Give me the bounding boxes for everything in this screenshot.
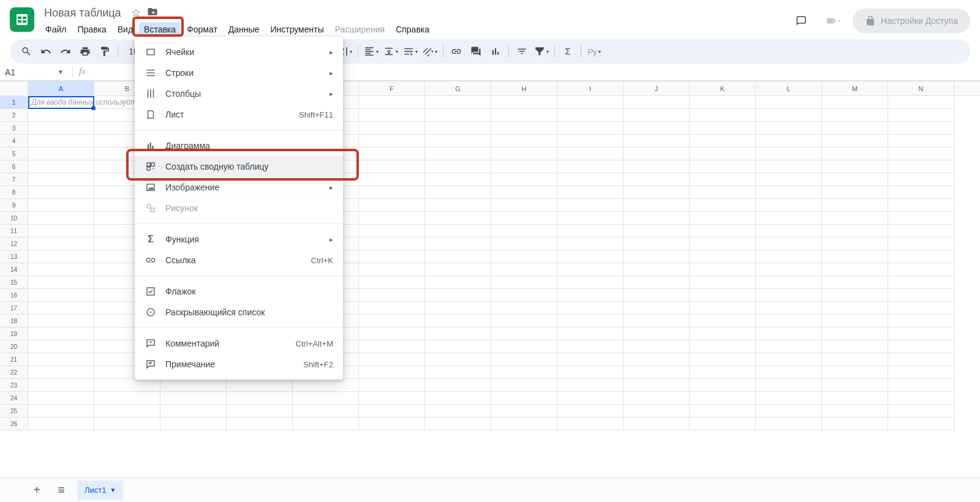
cell[interactable] <box>359 392 425 405</box>
cell[interactable] <box>624 328 690 340</box>
row-header[interactable]: 14 <box>0 263 28 276</box>
cell[interactable] <box>28 392 94 405</box>
sheets-logo[interactable] <box>10 7 34 32</box>
paint-format-icon[interactable] <box>96 42 114 61</box>
cell[interactable] <box>888 199 954 212</box>
cell[interactable] <box>756 186 822 199</box>
cell[interactable] <box>822 315 888 328</box>
menu-item-func[interactable]: ΣФункция▸ <box>135 229 343 250</box>
cell[interactable] <box>359 405 425 418</box>
cell[interactable] <box>491 250 557 263</box>
cell[interactable] <box>624 353 690 366</box>
menu-вставка[interactable]: Вставка <box>139 22 181 37</box>
menu-item-comment[interactable]: КомментарийCtrl+Alt+M <box>135 333 343 354</box>
cell[interactable] <box>756 173 822 186</box>
cell[interactable] <box>888 392 954 405</box>
cell[interactable] <box>822 238 888 250</box>
cell[interactable] <box>425 212 491 225</box>
comment-history-icon[interactable] <box>789 9 813 33</box>
row-header[interactable]: 2 <box>0 109 28 122</box>
cell[interactable] <box>557 418 624 430</box>
cell[interactable] <box>359 148 425 160</box>
cell[interactable] <box>624 186 690 199</box>
cell[interactable] <box>888 96 954 109</box>
name-box-dropdown-icon[interactable]: ▼ <box>58 69 64 75</box>
cell[interactable] <box>888 186 954 199</box>
all-sheets-button[interactable]: ≡ <box>53 483 70 497</box>
cell[interactable] <box>28 122 94 135</box>
cell[interactable] <box>425 238 491 250</box>
cell[interactable] <box>756 328 822 340</box>
cell[interactable]: Для ввода данных используйте <box>28 96 94 109</box>
cell[interactable] <box>160 392 227 405</box>
cell[interactable] <box>822 212 888 225</box>
cell[interactable] <box>822 96 888 109</box>
cell[interactable] <box>756 418 822 430</box>
cell[interactable] <box>425 225 491 238</box>
row-header[interactable]: 3 <box>0 122 28 135</box>
cell[interactable] <box>888 366 954 379</box>
cell[interactable] <box>888 302 954 315</box>
cell[interactable] <box>425 263 491 276</box>
cell[interactable] <box>557 366 624 379</box>
cell[interactable] <box>822 405 888 418</box>
col-header[interactable]: N <box>888 81 954 96</box>
cell[interactable] <box>888 212 954 225</box>
row-header[interactable]: 23 <box>0 379 28 392</box>
cell[interactable] <box>28 353 94 366</box>
cell[interactable] <box>160 379 227 392</box>
cell[interactable] <box>425 173 491 186</box>
cell[interactable] <box>227 405 293 418</box>
cell[interactable] <box>359 96 425 109</box>
cell[interactable] <box>28 173 94 186</box>
cell[interactable] <box>690 96 756 109</box>
cell[interactable] <box>690 379 756 392</box>
cell[interactable] <box>491 135 557 148</box>
menu-item-cols[interactable]: Столбцы▸ <box>135 83 343 104</box>
cell[interactable] <box>293 379 359 392</box>
cell[interactable] <box>359 379 425 392</box>
cell[interactable] <box>491 212 557 225</box>
cell[interactable] <box>557 148 624 160</box>
cell[interactable] <box>425 315 491 328</box>
cell[interactable] <box>756 263 822 276</box>
cell[interactable] <box>756 392 822 405</box>
cell[interactable] <box>624 392 690 405</box>
cell[interactable] <box>28 315 94 328</box>
cell[interactable] <box>756 315 822 328</box>
cell[interactable] <box>690 328 756 340</box>
cell[interactable] <box>690 340 756 353</box>
cell[interactable] <box>557 199 624 212</box>
cell[interactable] <box>557 340 624 353</box>
cell[interactable] <box>624 173 690 186</box>
cell[interactable] <box>491 366 557 379</box>
row-header[interactable]: 8 <box>0 186 28 199</box>
row-header[interactable]: 4 <box>0 135 28 148</box>
cell[interactable] <box>888 238 954 250</box>
cell[interactable] <box>425 160 491 173</box>
cell[interactable] <box>557 379 624 392</box>
cell[interactable] <box>756 212 822 225</box>
cell[interactable] <box>557 392 624 405</box>
cell[interactable] <box>359 135 425 148</box>
cell[interactable] <box>756 289 822 302</box>
cell[interactable] <box>491 315 557 328</box>
cell[interactable] <box>491 392 557 405</box>
row-header[interactable]: 13 <box>0 250 28 263</box>
cell[interactable] <box>491 225 557 238</box>
cell[interactable] <box>557 160 624 173</box>
cell[interactable] <box>28 340 94 353</box>
cell[interactable] <box>425 353 491 366</box>
cell[interactable] <box>690 148 756 160</box>
cell[interactable] <box>822 173 888 186</box>
cell[interactable] <box>822 225 888 238</box>
print-icon[interactable] <box>76 42 94 61</box>
cell[interactable] <box>690 302 756 315</box>
cell[interactable] <box>624 366 690 379</box>
cell[interactable] <box>822 148 888 160</box>
cell[interactable] <box>491 405 557 418</box>
cell[interactable] <box>359 186 425 199</box>
cell[interactable] <box>491 418 557 430</box>
col-header[interactable]: K <box>690 81 756 96</box>
cell[interactable] <box>28 212 94 225</box>
